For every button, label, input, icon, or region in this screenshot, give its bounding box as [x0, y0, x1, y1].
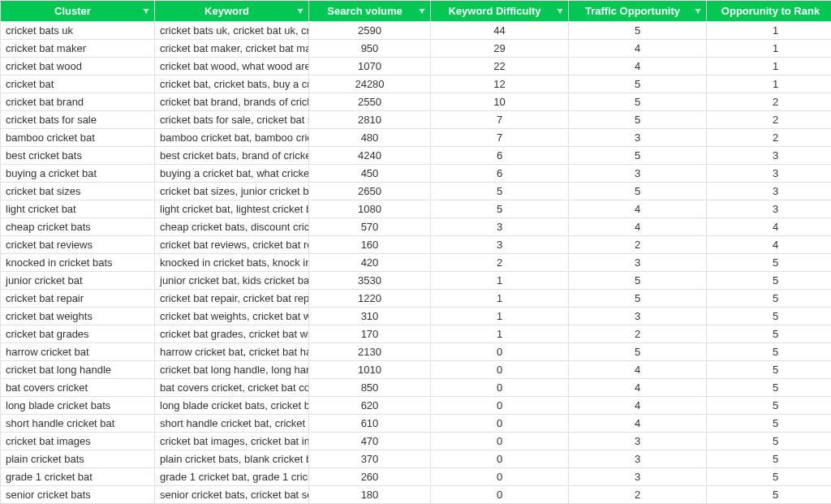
- cell-cluster[interactable]: cheap cricket bats: [1, 218, 155, 236]
- cell-opportunity[interactable]: 2: [569, 486, 707, 504]
- cell-rank[interactable]: 1: [707, 75, 832, 93]
- cell-keyword[interactable]: best cricket bats, brand of cricket: [155, 147, 309, 165]
- cell-volume[interactable]: 610: [309, 415, 431, 433]
- cell-volume[interactable]: 2550: [309, 93, 431, 111]
- cell-keyword[interactable]: junior cricket bat, kids cricket bat,: [155, 272, 309, 290]
- filter-icon[interactable]: [295, 6, 305, 16]
- cell-opportunity[interactable]: 4: [569, 397, 707, 415]
- cell-cluster[interactable]: knocked in cricket bats: [1, 254, 155, 272]
- cell-difficulty[interactable]: 7: [431, 129, 569, 147]
- cell-cluster[interactable]: cricket bats uk: [1, 22, 155, 40]
- cell-keyword[interactable]: cricket bat reviews, cricket bat rev: [155, 236, 309, 254]
- cell-opportunity[interactable]: 5: [569, 272, 707, 290]
- cell-opportunity[interactable]: 5: [569, 147, 707, 165]
- cell-volume[interactable]: 480: [309, 129, 431, 147]
- cell-rank[interactable]: 5: [707, 308, 832, 325]
- cell-rank[interactable]: 5: [707, 486, 832, 504]
- cell-keyword[interactable]: long blade cricket bats, cricket ba: [155, 397, 309, 415]
- cell-opportunity[interactable]: 5: [569, 343, 707, 361]
- cell-keyword[interactable]: bamboo cricket bat, bamboo crick: [155, 129, 309, 147]
- cell-opportunity[interactable]: 4: [569, 379, 707, 397]
- cell-volume[interactable]: 2650: [309, 183, 431, 200]
- cell-difficulty[interactable]: 1: [431, 325, 569, 343]
- cell-opportunity[interactable]: 4: [569, 218, 707, 236]
- cell-keyword[interactable]: cricket bat brand, brands of cricke: [155, 93, 309, 111]
- col-header-opportunity[interactable]: Traffic Opportunity: [569, 1, 707, 22]
- cell-opportunity[interactable]: 4: [569, 200, 707, 218]
- cell-keyword[interactable]: cricket bat grades, cricket bat will: [155, 325, 309, 343]
- cell-rank[interactable]: 5: [707, 325, 832, 343]
- cell-opportunity[interactable]: 5: [569, 75, 707, 93]
- cell-rank[interactable]: 3: [707, 183, 832, 200]
- cell-cluster[interactable]: cricket bat grades: [1, 325, 155, 343]
- cell-keyword[interactable]: harrow cricket bat, cricket bat har: [155, 343, 309, 361]
- cell-keyword[interactable]: cricket bat, cricket bats, buy a cric: [155, 75, 309, 93]
- cell-difficulty[interactable]: 1: [431, 272, 569, 290]
- cell-keyword[interactable]: short handle cricket bat, cricket b: [155, 415, 309, 433]
- cell-difficulty[interactable]: 2: [431, 254, 569, 272]
- cell-volume[interactable]: 1080: [309, 200, 431, 218]
- cell-cluster[interactable]: short handle cricket bat: [1, 415, 155, 433]
- cell-opportunity[interactable]: 4: [569, 361, 707, 379]
- cell-keyword[interactable]: cricket bat maker, cricket bat mak: [155, 40, 309, 58]
- cell-keyword[interactable]: light cricket bat, lightest cricket b: [155, 200, 309, 218]
- cell-opportunity[interactable]: 4: [569, 58, 707, 75]
- cell-cluster[interactable]: cricket bat wood: [1, 58, 155, 75]
- cell-rank[interactable]: 2: [707, 129, 832, 147]
- cell-difficulty[interactable]: 10: [431, 93, 569, 111]
- cell-cluster[interactable]: cricket bat sizes: [1, 183, 155, 200]
- cell-opportunity[interactable]: 5: [569, 183, 707, 200]
- cell-volume[interactable]: 260: [309, 468, 431, 486]
- cell-cluster[interactable]: cricket bats for sale: [1, 111, 155, 129]
- cell-cluster[interactable]: buying a cricket bat: [1, 165, 155, 183]
- cell-cluster[interactable]: senior cricket bats: [1, 486, 155, 504]
- cell-cluster[interactable]: plain cricket bats: [1, 450, 155, 468]
- cell-difficulty[interactable]: 0: [431, 433, 569, 450]
- cell-difficulty[interactable]: 0: [431, 343, 569, 361]
- cell-cluster[interactable]: harrow cricket bat: [1, 343, 155, 361]
- cell-rank[interactable]: 5: [707, 290, 832, 308]
- cell-difficulty[interactable]: 0: [431, 415, 569, 433]
- cell-rank[interactable]: 5: [707, 343, 832, 361]
- cell-cluster[interactable]: cricket bat images: [1, 433, 155, 450]
- cell-difficulty[interactable]: 0: [431, 397, 569, 415]
- cell-difficulty[interactable]: 5: [431, 200, 569, 218]
- cell-opportunity[interactable]: 2: [569, 325, 707, 343]
- cell-difficulty[interactable]: 12: [431, 75, 569, 93]
- cell-difficulty[interactable]: 0: [431, 361, 569, 379]
- cell-volume[interactable]: 3530: [309, 272, 431, 290]
- cell-rank[interactable]: 1: [707, 58, 832, 75]
- cell-keyword[interactable]: cricket bat repair, cricket bat repa: [155, 290, 309, 308]
- cell-volume[interactable]: 1070: [309, 58, 431, 75]
- cell-rank[interactable]: 5: [707, 361, 832, 379]
- cell-rank[interactable]: 2: [707, 111, 832, 129]
- cell-difficulty[interactable]: 0: [431, 486, 569, 504]
- cell-opportunity[interactable]: 3: [569, 468, 707, 486]
- cell-rank[interactable]: 5: [707, 433, 832, 450]
- cell-volume[interactable]: 420: [309, 254, 431, 272]
- cell-opportunity[interactable]: 3: [569, 450, 707, 468]
- cell-rank[interactable]: 1: [707, 22, 832, 40]
- filter-icon[interactable]: [417, 6, 427, 16]
- cell-volume[interactable]: 24280: [309, 75, 431, 93]
- cell-difficulty[interactable]: 0: [431, 379, 569, 397]
- cell-cluster[interactable]: cricket bat reviews: [1, 236, 155, 254]
- cell-difficulty[interactable]: 6: [431, 147, 569, 165]
- cell-difficulty[interactable]: 44: [431, 22, 569, 40]
- cell-cluster[interactable]: grade 1 cricket bat: [1, 468, 155, 486]
- cell-cluster[interactable]: long blade cricket bats: [1, 397, 155, 415]
- col-header-rank[interactable]: Opporunity to Rank: [707, 1, 832, 22]
- col-header-volume[interactable]: Search volume: [309, 1, 431, 22]
- cell-difficulty[interactable]: 1: [431, 308, 569, 325]
- cell-rank[interactable]: 3: [707, 147, 832, 165]
- filter-icon[interactable]: [693, 6, 703, 16]
- cell-volume[interactable]: 310: [309, 308, 431, 325]
- cell-rank[interactable]: 4: [707, 218, 832, 236]
- cell-opportunity[interactable]: 2: [569, 236, 707, 254]
- cell-opportunity[interactable]: 5: [569, 290, 707, 308]
- cell-cluster[interactable]: cricket bat maker: [1, 40, 155, 58]
- cell-difficulty[interactable]: 5: [431, 183, 569, 200]
- cell-volume[interactable]: 170: [309, 325, 431, 343]
- cell-rank[interactable]: 5: [707, 450, 832, 468]
- cell-cluster[interactable]: cricket bat weights: [1, 308, 155, 325]
